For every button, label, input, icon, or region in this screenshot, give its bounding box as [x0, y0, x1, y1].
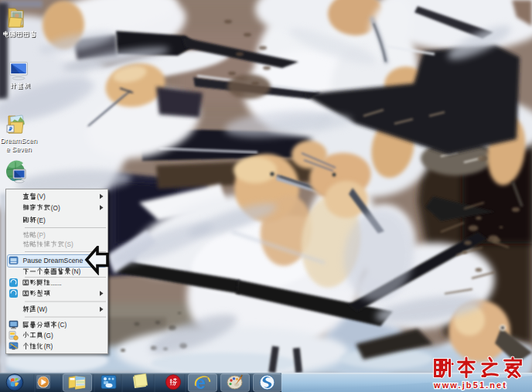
svg-text:www.jb51.net: www.jb51.net [433, 380, 507, 390]
svg-text:(P): (P) [37, 232, 46, 239]
svg-text:(W): (W) [37, 306, 47, 313]
svg-text:(C): (C) [58, 322, 67, 329]
svg-text:e: e [196, 373, 206, 392]
svg-text:(O): (O) [51, 205, 60, 212]
svg-text:DreamScen: DreamScen [1, 137, 38, 145]
svg-text:(N): (N) [72, 268, 81, 275]
svg-text:(V): (V) [37, 193, 46, 200]
svg-text:Pause DreamScene: Pause DreamScene [23, 257, 84, 264]
svg-text:(R): (R) [44, 343, 53, 350]
svg-text:(G): (G) [44, 332, 53, 339]
svg-text:(S): (S) [65, 241, 73, 248]
svg-text:e Seven: e Seven [6, 145, 32, 153]
svg-text:(E): (E) [37, 217, 46, 224]
svg-text:......: ...... [51, 280, 62, 287]
